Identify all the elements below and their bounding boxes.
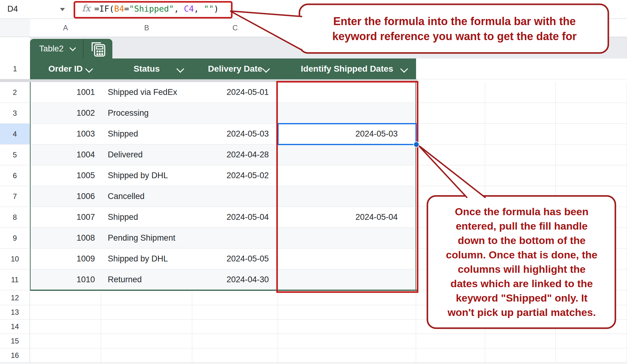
cell-a13[interactable] [30, 305, 101, 320]
row-header-10[interactable]: 10 [0, 249, 30, 269]
cell-g2[interactable] [556, 82, 627, 103]
cell-c3[interactable] [192, 103, 278, 123]
name-box[interactable]: D4 [7, 4, 18, 14]
cell-d15[interactable] [278, 334, 416, 348]
cell-e15[interactable] [416, 334, 485, 348]
cell-d12[interactable] [278, 291, 416, 305]
cell-d11[interactable] [278, 269, 407, 290]
cell-e5[interactable] [416, 144, 485, 165]
cell-f4[interactable] [485, 124, 556, 144]
cell-c5[interactable]: 2024-04-28 [192, 144, 278, 165]
cell-a5[interactable]: 1004 [31, 144, 101, 165]
cell-f2[interactable] [485, 82, 556, 103]
header-cell-identify-shipped-dates[interactable]: Identify Shipped Dates [278, 58, 416, 79]
cell-a14[interactable] [30, 320, 101, 334]
cell-e3[interactable] [416, 103, 485, 124]
column-header-a[interactable]: A [30, 19, 101, 37]
cell-d5[interactable] [278, 144, 407, 165]
name-box-dropdown-icon[interactable] [60, 8, 65, 11]
cell-a16[interactable] [30, 348, 101, 363]
cell-c9[interactable] [192, 228, 278, 248]
cell-c12[interactable] [192, 291, 278, 305]
cell-a8[interactable]: 1007 [31, 207, 101, 227]
row-header-15[interactable]: 15 [0, 334, 30, 348]
cell-f5[interactable] [485, 144, 556, 165]
cell-c7[interactable] [192, 186, 278, 207]
cell-f16[interactable] [485, 348, 556, 363]
cell-d8[interactable]: 2024-05-04 [278, 207, 407, 227]
cell-a11[interactable]: 1010 [31, 269, 101, 290]
header-cell-delivery-date[interactable]: Delivery Date [192, 58, 278, 79]
cell-f3[interactable] [485, 103, 556, 124]
cell-e4[interactable] [416, 124, 485, 144]
cell-b4[interactable]: Shipped [101, 124, 192, 144]
cell-c4[interactable]: 2024-05-03 [192, 124, 278, 144]
cell-b11[interactable]: Returned [101, 269, 192, 290]
cell-e2[interactable] [416, 82, 485, 103]
cell-c10[interactable]: 2024-05-05 [192, 249, 278, 269]
cell-b16[interactable] [101, 348, 192, 363]
cell-e1[interactable] [416, 58, 486, 79]
cell-c14[interactable] [192, 320, 278, 334]
row-header-13[interactable]: 13 [0, 305, 30, 320]
cell-d3[interactable] [278, 103, 407, 123]
cell-b15[interactable] [101, 334, 192, 348]
cell-f1[interactable] [485, 58, 556, 79]
header-cell-order-id[interactable]: Order ID [30, 58, 101, 79]
row-header-12[interactable]: 12 [0, 291, 30, 305]
cell-a2[interactable]: 1001 [31, 82, 101, 103]
column-menu-chevron-icon[interactable] [176, 65, 184, 73]
row-header-7[interactable]: 7 [0, 186, 30, 207]
cell-c2[interactable]: 2024-05-01 [192, 82, 278, 103]
row-header-11[interactable]: 11 [0, 269, 30, 290]
table-tab-chevron-icon[interactable] [69, 44, 76, 51]
row-header-6[interactable]: 6 [0, 165, 30, 186]
cell-a10[interactable]: 1009 [31, 249, 101, 269]
cell-b5[interactable]: Delivered [101, 144, 192, 165]
row-header-9[interactable]: 9 [0, 228, 30, 249]
cell-b6[interactable]: Shipped by DHL [101, 165, 192, 186]
cell-c11[interactable]: 2024-04-30 [192, 269, 278, 290]
row-header-5[interactable]: 5 [0, 144, 30, 165]
cell-a7[interactable]: 1006 [31, 186, 101, 207]
cell-a12[interactable] [30, 291, 101, 305]
cell-e16[interactable] [416, 348, 485, 363]
cell-d16[interactable] [278, 348, 416, 363]
cell-f15[interactable] [485, 334, 556, 348]
cell-c8[interactable]: 2024-05-04 [192, 207, 278, 227]
cell-b3[interactable]: Processing [101, 103, 192, 123]
cell-a9[interactable]: 1008 [31, 228, 101, 248]
row-header-1[interactable]: 1 [0, 58, 30, 79]
cell-d13[interactable] [278, 305, 416, 320]
cell-c15[interactable] [192, 334, 278, 348]
column-header-b[interactable]: B [101, 19, 193, 37]
cell-d2[interactable] [278, 82, 407, 103]
table-view-button[interactable] [84, 39, 112, 58]
column-menu-chevron-icon[interactable] [262, 65, 270, 73]
row-header-16[interactable]: 16 [0, 348, 30, 363]
select-all-corner[interactable] [0, 19, 30, 37]
cell-b10[interactable]: Shipped by DHL [101, 249, 192, 269]
column-menu-chevron-icon[interactable] [85, 65, 93, 73]
cell-g3[interactable] [556, 103, 627, 124]
cell-b8[interactable]: Shipped [101, 207, 192, 227]
cell-b14[interactable] [101, 320, 192, 334]
cell-g5[interactable] [556, 144, 627, 165]
cell-d6[interactable] [278, 165, 407, 186]
cell-a15[interactable] [30, 334, 101, 348]
cell-a6[interactable]: 1005 [31, 165, 101, 186]
row-header-4[interactable]: 4 [0, 124, 30, 144]
cell-g15[interactable] [556, 334, 627, 348]
row-header-2[interactable]: 2 [0, 82, 30, 103]
cell-d10[interactable] [278, 249, 407, 269]
header-cell-status[interactable]: Status [101, 58, 192, 79]
cell-c6[interactable]: 2024-05-02 [192, 165, 278, 186]
cell-b9[interactable]: Pending Shipment [101, 228, 192, 248]
cell-d9[interactable] [278, 228, 407, 248]
cell-f6[interactable] [485, 165, 556, 186]
column-menu-chevron-icon[interactable] [400, 65, 408, 73]
cell-g1[interactable] [556, 58, 627, 79]
cell-c16[interactable] [192, 348, 278, 363]
cell-d4[interactable]: 2024-05-03 [278, 124, 407, 144]
row-header-3[interactable]: 3 [0, 103, 30, 124]
